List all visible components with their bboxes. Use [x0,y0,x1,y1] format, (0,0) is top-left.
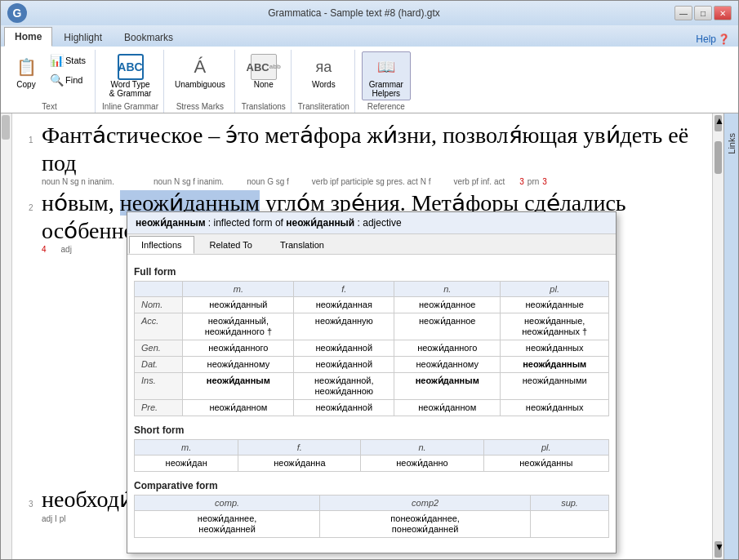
comp-data-row: неожи́даннее,неожи́данней понеожи́даннее… [135,511,609,538]
popup-tab-related[interactable]: Related To [198,236,265,254]
side-links-panel: Links [723,113,738,559]
acc-pl: неожи́данные,неожи́данных † [501,313,609,340]
dat-m: неожи́данному [183,357,294,373]
gen-pl: неожи́данных [501,340,609,357]
dat-n: неожи́данному [394,357,501,373]
dat-f: неожи́данной [294,357,394,373]
find-button[interactable]: 🔍 Find [45,71,90,89]
short-form-title: Short form [134,424,609,436]
scroll-up[interactable]: ▲ [715,115,722,131]
ribbon-group-text-buttons: 📋 Copy 📊 Stats 🔍 Find [9,51,90,91]
stats-button[interactable]: 📊 Stats [45,51,90,69]
full-form-table: m. f. n. pl. Nom. неожи́данный неожи́дан… [134,281,609,416]
text-area[interactable]: 1 Фанта́стическое – э́то мета́фора жи́зн… [12,113,712,559]
table-row: Nom. неожи́данный неожи́данная неожи́дан… [135,297,609,313]
unambiguous-button[interactable]: Á Unambiguous [171,51,229,91]
ins-pl: неожи́данными [501,373,609,400]
ribbon-group-reference: 📖 GrammarHelpers Reference [357,50,416,113]
ribbon-group-transliteration: яa Words Transliteration [293,50,355,113]
table-row: Dat. неожи́данному неожи́данной неожи́да… [135,357,609,373]
tab-home[interactable]: Home [4,27,52,47]
words-button[interactable]: яa Words [306,51,341,91]
help-button[interactable]: Help ❓ [691,32,735,47]
text-line-1: 1 Фанта́стическое – э́то мета́фора жи́зн… [29,122,696,188]
nom-m: неожи́данный [183,297,294,313]
stats-icon: 📊 [49,54,64,67]
none-button[interactable]: ABCabb None [247,51,281,91]
none-label: None [254,80,274,89]
maximize-button[interactable]: □ [694,6,712,20]
sh-pl: pl. [483,440,608,456]
comparative-form-title: Comparative form [134,480,609,491]
scrollbar[interactable]: ▲ ▼ [712,113,723,559]
nom-pl: неожи́данные [501,297,609,313]
scroll-down[interactable]: ▼ [715,541,722,558]
help-icon: ❓ [718,33,730,45]
unambiguous-icon: Á [187,54,213,80]
comp-2: понеожи́даннее,понеожи́данней [320,511,531,538]
short-form-table: m. f. n. pl. неожи́дан неожи́данна неожи… [134,439,609,472]
ribbon-group-translations: ABCabb None Translations [237,50,292,113]
case-gen: Gen. [135,340,183,357]
popup-tab-translation[interactable]: Translation [268,236,336,254]
grammar-item: prn [528,176,539,188]
comp-3 [531,511,609,538]
acc-f: неожи́данную [294,313,394,340]
grammar-item: noun N sg f inanim. [154,176,224,188]
grammar-num2: 3 [542,176,547,188]
close-button[interactable]: ✕ [714,6,732,20]
grammar-helpers-button[interactable]: 📖 GrammarHelpers [362,51,411,100]
minimize-button[interactable]: — [674,6,692,20]
short-pl: неожи́данны [483,456,608,472]
side-links-label[interactable]: Links [725,130,738,158]
grammar-item: verb pf inf. act [453,176,505,188]
popup-tab-inflections[interactable]: Inflections [129,236,194,254]
ribbon-small-btns: 📊 Stats 🔍 Find [45,51,90,89]
window-title: Grammatica - Sample text #8 (hard).gtx [33,7,674,19]
inline-grammar-buttons: ABC Word Type& Grammar [105,51,156,100]
line-number-2: 2 [29,203,38,212]
transliteration-label: Transliteration [298,100,349,113]
popup-content: Full form m. f. n. pl. Nom. неожи́данный [127,255,616,553]
gen-m: неожи́данного [183,340,294,357]
scroll-track[interactable] [713,133,723,540]
ribbon-group-inline-grammar: ABC Word Type& Grammar Inline Grammar [97,50,164,113]
grammar-item: noun G sg f [247,176,289,188]
grammar-num: 3 [519,176,524,188]
stress-buttons: Á Unambiguous [171,51,229,91]
short-header-row: m. f. n. pl. [135,440,609,456]
left-margin [1,113,12,559]
tab-bookmarks[interactable]: Bookmarks [114,28,184,47]
th-f: f. [294,282,394,297]
sh-f: f. [238,440,361,456]
word-type-label: Word Type& Grammar [109,80,152,98]
gen-n: неожи́данного [394,340,501,357]
find-label: Find [65,75,82,85]
short-m: неожи́дан [135,456,238,472]
th-empty [135,282,183,297]
copy-label: Copy [16,80,35,89]
words-label: Words [312,80,336,89]
find-icon: 🔍 [49,73,64,87]
case-pre: Pre. [135,400,183,416]
sh-n: n. [361,440,483,456]
table-row: Pre. неожи́данном неожи́данной неожи́дан… [135,400,609,416]
full-form-title: Full form [134,266,609,278]
line-number-1: 1 [29,136,38,144]
comp-header-row: comp. comp2 sup. [135,496,609,511]
window-controls: — □ ✕ [674,6,732,20]
th-pl: pl. [501,282,609,297]
scroll-thumb[interactable] [715,141,722,174]
word-type-grammar-button[interactable]: ABC Word Type& Grammar [105,51,156,100]
copy-button[interactable]: 📋 Copy [9,51,43,91]
acc-m: неожи́данный,неожи́данного † [183,313,294,340]
case-dat: Dat. [135,357,183,373]
nom-n: неожи́данное [394,297,501,313]
tab-highlight[interactable]: Highlight [53,28,113,47]
popup-header-text: неожи́данным : inflected form of неожи́д… [136,217,402,229]
popup-tab-bar: Inflections Related To Translation [127,234,616,255]
case-acc: Acc. [135,313,183,340]
russian-text-line1: Фанта́стическое – э́то мета́фора жи́зни,… [42,122,696,176]
pre-n: неожи́данном [394,400,501,416]
comp-1: неожи́даннее,неожи́данней [135,511,320,538]
